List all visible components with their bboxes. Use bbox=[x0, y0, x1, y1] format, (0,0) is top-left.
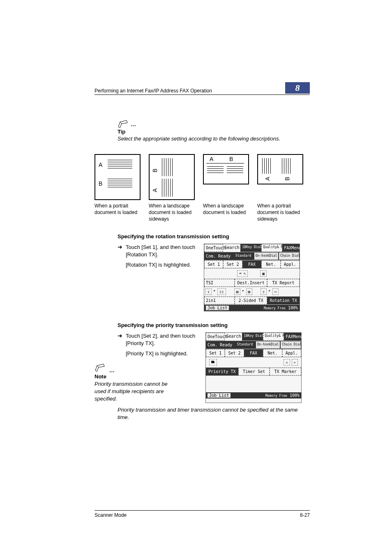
footer-right: 8-27 bbox=[300, 512, 310, 518]
section-heading-priority: Specifying the priority transmission set… bbox=[118, 322, 310, 328]
lcd-screen-rotation: OneTouch Search 10Key Dialing Quality& R… bbox=[204, 244, 300, 311]
rot2-icon: ▭ bbox=[272, 288, 279, 295]
step-sub: [Priority TX] is highlighted. bbox=[126, 350, 200, 357]
tip-label: Tip bbox=[118, 129, 310, 135]
orientation-diagrams: A B When a portrait document is loaded B… bbox=[95, 154, 310, 223]
mark-on-icon: ✍ bbox=[292, 359, 298, 366]
chapter-badge: 8 bbox=[285, 82, 310, 94]
footer-left: Scanner Mode bbox=[95, 512, 127, 518]
page-footer: Scanner Mode 8-27 bbox=[95, 510, 310, 518]
step-sub: [Rotation TX] is highlighted. bbox=[126, 262, 200, 268]
lcd-screen-priority: OneTouch Search 10Key Dialing Quality& R… bbox=[205, 332, 302, 403]
pages-icon: ▯ bbox=[205, 288, 212, 295]
diagram-caption: When a landscape document is loaded side… bbox=[149, 203, 195, 223]
step-text: Touch [Set 1], and then touch [Rotation … bbox=[126, 244, 200, 258]
diagram-caption: When a portrait document is loaded sidew… bbox=[257, 203, 303, 223]
step-arrow-icon: ➜ bbox=[118, 244, 126, 311]
diagram-portrait-sideways: A B bbox=[257, 154, 303, 184]
note-text-1: Priority transmission cannot be used if … bbox=[95, 380, 177, 403]
diagram-landscape-sideways: B A bbox=[149, 154, 195, 200]
note-label: Note bbox=[95, 373, 201, 380]
diagram-portrait: A B bbox=[95, 154, 141, 200]
dots bbox=[129, 121, 136, 127]
dots bbox=[108, 367, 115, 373]
section-heading-rotation: Specifying the rotation transmission set… bbox=[118, 233, 310, 240]
doc-icon: ▤ bbox=[234, 288, 240, 295]
icon-1: ⌨ ✎ bbox=[237, 270, 248, 277]
doc2-icon: ▤ bbox=[246, 288, 252, 295]
diagram-caption: When a landscape document is loaded bbox=[203, 203, 249, 216]
page-header: Performing an Internet Fax/IP Address FA… bbox=[95, 82, 310, 95]
rot-icon: ▯ bbox=[261, 288, 267, 295]
note-text-2: Priority transmission and timer transmis… bbox=[118, 406, 310, 421]
diagram-landscape: A B bbox=[203, 154, 249, 184]
icon-2: ▦ bbox=[260, 270, 266, 277]
priority-icon: ⛟ bbox=[209, 359, 217, 366]
pencil-icon bbox=[118, 120, 129, 129]
tip-block: Tip Select the appropriate setting accor… bbox=[118, 120, 310, 142]
pages2-icon: ▯▯ bbox=[217, 288, 226, 295]
mark-off-icon: ▫ bbox=[284, 359, 290, 366]
tip-text: Select the appropriate setting according… bbox=[118, 136, 310, 142]
header-title: Performing an Internet Fax/IP Address FA… bbox=[95, 88, 285, 94]
pencil-icon bbox=[95, 363, 106, 372]
step-text: Touch [Set 2], and then touch [Priority … bbox=[126, 332, 200, 347]
diagram-caption: When a portrait document is loaded bbox=[95, 203, 141, 216]
step-arrow-icon: ➜ bbox=[118, 332, 126, 357]
